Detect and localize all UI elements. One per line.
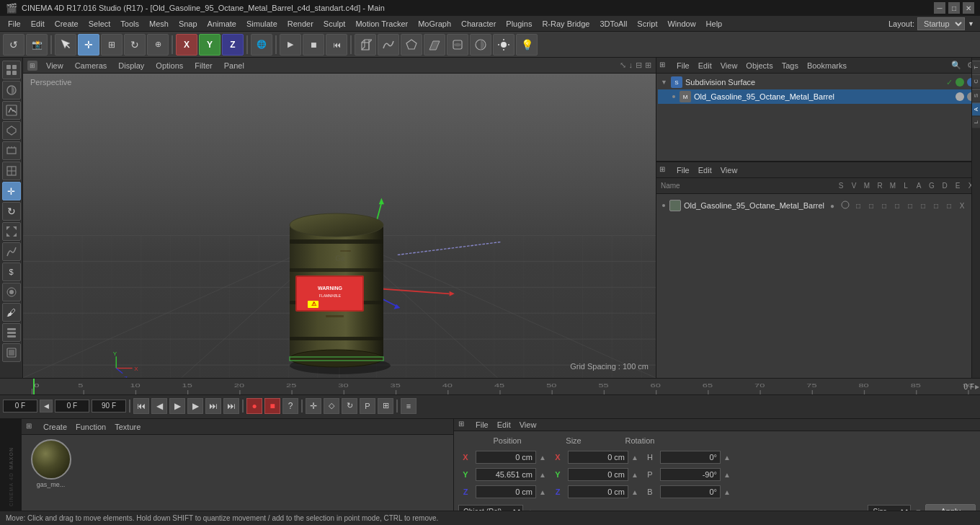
viewport-icon-2[interactable]: ↓ [629, 61, 633, 70]
om-tab-file[interactable]: File [672, 60, 694, 71]
pp-size-z-input[interactable] [568, 485, 628, 498]
menu-select[interactable]: Select [84, 18, 116, 30]
light-btn[interactable] [493, 34, 514, 56]
mm-row-barrel[interactable]: Old_Gasoline_95_Octane_Metal_Barrel ● □ … [659, 197, 970, 214]
play-btn-tl[interactable]: ▶ [169, 398, 185, 414]
menu-render[interactable]: Render [282, 18, 318, 30]
prev-frame-btn[interactable]: ⏮ [326, 34, 347, 56]
timeline-right-arrow[interactable]: ▶ [974, 379, 980, 394]
sidebar-rotate-btn[interactable]: ↻ [2, 202, 21, 221]
viewport-menu-view[interactable]: View [43, 60, 66, 71]
mm-col-v[interactable] [840, 200, 850, 211]
menu-sculpt[interactable]: Sculpt [318, 18, 351, 30]
scale-tool-button[interactable]: ⊞ [101, 34, 122, 56]
tab-tiles[interactable]: T [972, 61, 981, 74]
mm-col-e[interactable]: □ [931, 202, 941, 210]
mp-tab-create[interactable]: Create [39, 421, 71, 433]
pp-size-y-input[interactable] [568, 468, 628, 481]
viewport-menu-filter[interactable]: Filter [192, 60, 215, 71]
menu-simulate[interactable]: Simulate [241, 18, 282, 30]
sidebar-move-btn[interactable]: ✛ [2, 182, 21, 200]
menu-snap[interactable]: Snap [174, 18, 202, 30]
pp-size-y-arrow[interactable]: ▲ [631, 471, 640, 479]
tab-structure[interactable]: S [972, 89, 981, 102]
viewport-icon-4[interactable]: ⊞ [645, 61, 651, 70]
rotate-tool-button[interactable]: ↻ [124, 34, 146, 56]
sidebar-mode-btn-2[interactable] [2, 81, 21, 100]
sidebar-mode-btn-4[interactable] [2, 121, 21, 140]
go-end-btn[interactable]: ⏭ [205, 398, 221, 414]
tab-content-browser[interactable]: C [972, 74, 981, 88]
om-expand-btn[interactable]: ▼ [661, 79, 668, 86]
pp-rot-b-arrow[interactable]: ▲ [723, 488, 732, 496]
sidebar-scale-btn[interactable] [2, 222, 21, 241]
x-axis-btn[interactable]: X [176, 34, 197, 56]
pivot-btn[interactable]: P [360, 398, 375, 414]
cube-btn[interactable] [355, 34, 376, 56]
move-tool-button[interactable]: ✛ [78, 34, 99, 56]
frame-end-input[interactable] [92, 400, 126, 412]
undo-button[interactable]: ↺ [3, 34, 24, 56]
stop-rec-btn[interactable]: ■ [264, 398, 280, 414]
pp-pos-y-input[interactable] [476, 468, 536, 481]
timeline-ruler[interactable]: 0 5 10 15 20 25 30 35 40 45 50 [0, 379, 980, 394]
motion-btn[interactable]: ✛ [306, 398, 321, 414]
om-search-icon[interactable]: 🔍 [950, 59, 963, 72]
menu-character[interactable]: Character [456, 18, 501, 30]
menu-mograph[interactable]: MoGraph [413, 18, 456, 30]
nurbs-btn[interactable] [378, 34, 399, 56]
menu-script[interactable]: Script [632, 18, 662, 30]
viewport-menu-options[interactable]: Options [153, 60, 186, 71]
menu-3dtoall[interactable]: 3DToAll [594, 18, 632, 30]
tab-layers[interactable]: L [972, 116, 981, 128]
pp-pos-z-arrow[interactable]: ▲ [539, 488, 548, 496]
menu-tools[interactable]: Tools [115, 18, 144, 30]
viewport-menu-panel[interactable]: Panel [221, 60, 247, 71]
mm-col-extra[interactable]: X [957, 202, 967, 210]
pp-size-x-arrow[interactable]: ▲ [631, 454, 640, 462]
select-tool-button[interactable] [55, 34, 76, 56]
sidebar-mode-btn-6[interactable] [2, 162, 21, 180]
mm-col-l[interactable]: □ [879, 202, 889, 210]
mm-col-x[interactable]: □ [944, 202, 954, 210]
om-row-barrel[interactable]: M Old_Gasoline_95_Octane_Metal_Barrel [658, 89, 979, 104]
mm-col-m[interactable]: □ [853, 202, 863, 210]
sidebar-mode-btn-1[interactable] [2, 61, 21, 79]
close-button[interactable]: ✕ [963, 2, 974, 14]
viewport-icon-1[interactable]: ⤡ [620, 61, 626, 70]
mm-col-r[interactable]: □ [866, 202, 876, 210]
tab-attributes[interactable]: A [972, 102, 981, 115]
menu-animate[interactable]: Animate [202, 18, 241, 30]
pp-tab-edit[interactable]: Edit [493, 419, 515, 431]
menu-edit[interactable]: Edit [26, 18, 50, 30]
sidebar-paint-btn[interactable]: 🖌 [2, 303, 21, 322]
menu-file[interactable]: File [3, 18, 26, 30]
deformer-btn[interactable] [447, 34, 468, 56]
sidebar-layer-btn[interactable] [2, 323, 21, 342]
frame-prev-btn-2[interactable]: ◀ [40, 400, 53, 412]
menu-help[interactable]: Help [701, 18, 728, 30]
viewport-menu-cameras[interactable]: Cameras [72, 60, 110, 71]
next-frame-btn-tl[interactable]: ▶ [187, 398, 203, 414]
mm-tab-file[interactable]: File [672, 164, 694, 176]
pp-size-x-input[interactable] [568, 451, 628, 464]
param-btn[interactable]: ⊞ [378, 398, 393, 414]
pp-tab-file[interactable]: File [471, 419, 493, 431]
pp-rot-p-arrow[interactable]: ▲ [723, 471, 732, 479]
pp-rot-h-arrow[interactable]: ▲ [723, 454, 732, 462]
record-btn[interactable]: ● [246, 398, 262, 414]
sidebar-material-btn[interactable]: $ [2, 262, 21, 281]
keyframe-btn[interactable]: ◇ [324, 398, 339, 414]
pp-size-z-arrow[interactable]: ▲ [631, 488, 640, 496]
maximize-button[interactable]: □ [948, 2, 960, 14]
spline-btn[interactable] [401, 34, 422, 56]
z-axis-btn[interactable]: Z [222, 34, 244, 56]
om-tab-bookmarks[interactable]: Bookmarks [803, 60, 851, 71]
sidebar-mode-btn-5[interactable] [2, 141, 21, 160]
go-start-btn[interactable]: ⏮ [133, 398, 149, 414]
pp-pos-y-arrow[interactable]: ▲ [539, 471, 548, 479]
stop-anim-btn[interactable]: ⏹ [303, 34, 324, 56]
mm-col-a[interactable]: □ [892, 202, 902, 210]
pp-tab-view[interactable]: View [515, 419, 541, 431]
om-tab-tags[interactable]: Tags [778, 60, 803, 71]
